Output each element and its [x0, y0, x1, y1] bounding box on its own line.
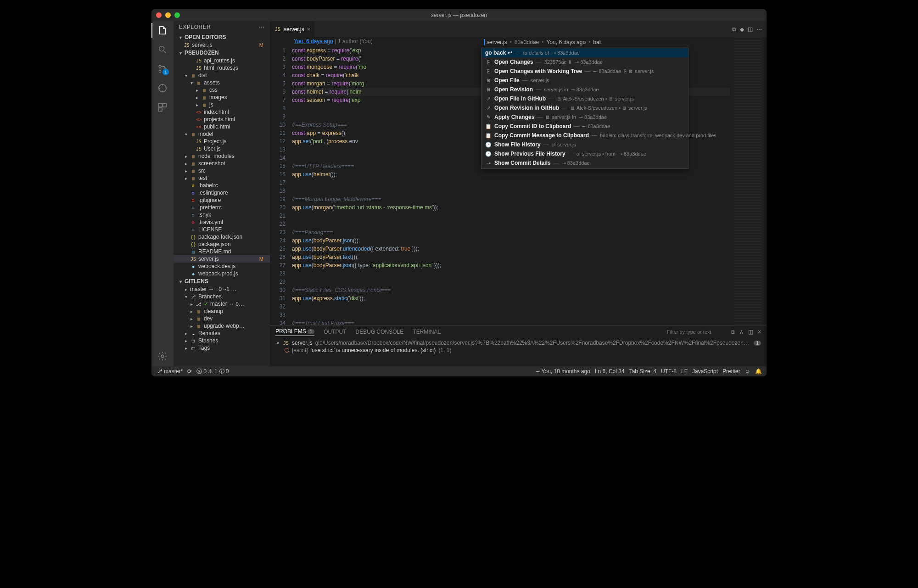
tree-item-index-html[interactable]: <>index.html — [174, 108, 270, 116]
palette-item-apply-changes[interactable]: ✎Apply Changes—🗎 server.js in⊸ 83a3ddae — [481, 112, 688, 122]
gitlens-master-status[interactable]: ▸master ↔ +0 ~1 … — [174, 286, 270, 293]
gitlens-section[interactable]: ▾GITLENS — [174, 277, 270, 286]
expand-up-icon[interactable]: ∧ — [739, 329, 744, 335]
status-bell-icon[interactable]: 🔔 — [755, 368, 762, 375]
open-editors-section[interactable]: ▾OPEN EDITORS — [174, 33, 270, 41]
palette-item-copy-commit-message-to-clipboard[interactable]: 📋Copy Commit Message to Clipboard—babelr… — [481, 131, 688, 140]
gitlens-breadcrumb[interactable]: server.js • 83a3ddae • You, 6 days ago •… — [481, 38, 601, 47]
palette-item-copy-commit-id-to-clipboard[interactable]: 📋Copy Commit ID to Clipboard—⊸ 83a3ddae — [481, 122, 688, 131]
gitlens-branch-cleanup[interactable]: ▸▥cleanup — [174, 308, 270, 315]
gitlens-branch-dev[interactable]: ▸▥dev — [174, 315, 270, 322]
palette-item-show-commit-details[interactable]: ⊸Show Commit Details—⊸ 83a3ddae — [481, 158, 688, 168]
tree-item-webpack-dev-js[interactable]: ◆webpack.dev.js — [174, 263, 270, 270]
tree-item-images[interactable]: ▸▥images — [174, 94, 270, 101]
collapse-all-icon[interactable]: ⧉ — [731, 329, 735, 335]
palette-item-go-back-[interactable]: go back ↩—to details of⊸ 83a3ddae — [481, 48, 688, 57]
gitlens-remotes[interactable]: ▸☁Remotes — [174, 330, 270, 337]
editor-tab-serverjs[interactable]: JS server.js × — [270, 21, 315, 37]
tree-item--eslintignore[interactable]: ⚙.eslintignore — [174, 189, 270, 196]
close-tab-icon[interactable]: × — [307, 26, 310, 33]
tree-item-user-js[interactable]: JSUser.js — [174, 145, 270, 152]
gitlens-tags[interactable]: ▸🏷Tags — [174, 344, 270, 352]
tree-item--snyk[interactable]: ⚙.snyk — [174, 211, 270, 218]
close-panel-icon[interactable]: × — [758, 329, 761, 335]
tree-item-assets[interactable]: ▾▥assets — [174, 79, 270, 86]
compare-icon[interactable]: ◆ — [740, 26, 744, 33]
tree-item-css[interactable]: ▸▥css — [174, 86, 270, 94]
tree-item--gitignore[interactable]: ⚙.gitignore — [174, 196, 270, 204]
search-icon[interactable] — [157, 44, 168, 55]
scm-icon[interactable]: 1 — [157, 63, 168, 74]
panel-tabstrip: PROBLEMS1 OUTPUT DEBUG CONSOLE TERMINAL … — [270, 325, 767, 338]
tree-item-server-js[interactable]: JSserver.jsM — [174, 255, 270, 263]
more-actions-icon[interactable]: ⋯ — [756, 26, 762, 33]
gitlens-stashes[interactable]: ▸⊞Stashes — [174, 337, 270, 344]
tree-item-dist[interactable]: ▾▥dist — [174, 72, 270, 79]
status-language[interactable]: JavaScript — [692, 368, 718, 375]
tree-item-src[interactable]: ▸▥src — [174, 167, 270, 174]
project-section[interactable]: ▾PSEUDOZEN — [174, 49, 270, 57]
tree-item--travis-yml[interactable]: ⚙.travis.yml — [174, 218, 270, 226]
status-tabsize[interactable]: Tab Size: 4 — [629, 368, 656, 375]
palette-item-open-file[interactable]: 🗎Open File—server.js — [481, 76, 688, 85]
sidebar-more-icon[interactable]: ⋯ — [259, 24, 265, 30]
line-number-gutter: 1234567891011121314151617181920212223242… — [270, 37, 292, 325]
tree-item-model[interactable]: ▾▥model — [174, 130, 270, 138]
palette-item-show-file-history[interactable]: 🕑Show File History—of server.js — [481, 140, 688, 149]
palette-item-open-revision[interactable]: 🗎Open Revision—server.js in⊸ 83a3ddae — [481, 85, 688, 94]
file-icon: ⚙ — [190, 198, 196, 203]
status-encoding[interactable]: UTF-8 — [661, 368, 677, 375]
tree-item-screenshot[interactable]: ▸▥screenshot — [174, 160, 270, 167]
debug-icon[interactable] — [157, 83, 168, 94]
tree-item-license[interactable]: ⚙LICENSE — [174, 226, 270, 233]
tree-item-api-routes-js[interactable]: JSapi_routes.js — [174, 57, 270, 64]
tree-item-public-html[interactable]: <>public.html — [174, 123, 270, 130]
tree-item-project-js[interactable]: JSProject.js — [174, 138, 270, 145]
problem-file-row[interactable]: ▾ JS server.js git:/Users/noradbase/Drop… — [275, 340, 761, 346]
status-blame[interactable]: ⊸ You, 10 months ago — [536, 368, 590, 375]
gitlens-branch-upgrade[interactable]: ▸▥upgrade-webp… — [174, 322, 270, 330]
status-feedback-icon[interactable]: ☺ — [745, 368, 750, 375]
tree-item--babelrc[interactable]: ⚙.babelrc — [174, 182, 270, 189]
palette-item-open-changes[interactable]: ⎘Open Changes—323575ac ⥮⊸ 83a3ddae — [481, 57, 688, 67]
tree-item-html-routes-js[interactable]: JShtml_routes.js — [174, 64, 270, 72]
status-cursor[interactable]: Ln 6, Col 34 — [595, 368, 625, 375]
split-editor-icon[interactable]: ◫ — [748, 26, 753, 33]
tree-item-js[interactable]: ▸▥js — [174, 101, 270, 108]
filter-input[interactable] — [666, 329, 722, 335]
gitlens-branches[interactable]: ▾⎇Branches — [174, 293, 270, 300]
tree-item-readme-md[interactable]: ▤README.md — [174, 248, 270, 255]
tree-item-node-modules[interactable]: ▸▥node_modules — [174, 152, 270, 160]
status-branch[interactable]: ⎇ master* — [156, 368, 183, 375]
status-sync-icon[interactable]: ⟳ — [187, 368, 192, 375]
panel-tab-output[interactable]: OUTPUT — [324, 328, 346, 336]
palette-item-show-previous-file-history[interactable]: 🕑Show Previous File History—of server.js… — [481, 149, 688, 158]
js-icon: JS — [283, 341, 289, 346]
settings-gear-icon[interactable] — [157, 351, 168, 362]
gitlens-branch-master[interactable]: ▸⎇✓master ↔ o… — [174, 300, 270, 308]
palette-item-icon: 🗎 — [485, 87, 492, 92]
maximize-panel-icon[interactable]: ◫ — [748, 329, 753, 335]
status-errors[interactable]: ⓧ 0 ⚠ 1 🛈 0 — [196, 368, 229, 375]
tree-item--prettierrc[interactable]: ⚙.prettierrc — [174, 204, 270, 211]
panel-tab-terminal[interactable]: TERMINAL — [413, 328, 441, 336]
extensions-icon[interactable] — [157, 102, 168, 113]
panel-tab-debug[interactable]: DEBUG CONSOLE — [356, 328, 404, 336]
tree-item-package-lock-json[interactable]: {}package-lock.json — [174, 233, 270, 241]
status-formatter[interactable]: Prettier — [722, 368, 740, 375]
tree-item-package-json[interactable]: {}package.json — [174, 241, 270, 248]
open-preview-icon[interactable]: ⧉ — [732, 26, 736, 33]
tree-item-test[interactable]: ▸▥test — [174, 174, 270, 182]
tree-item-projects-html[interactable]: <>projects.html — [174, 116, 270, 123]
palette-item-open-file-in-github[interactable]: ↗Open File in GitHub—🗎 Alek-S/pseudozen … — [481, 94, 688, 103]
problem-row[interactable]: [eslint] 'use strict' is unnecessary ins… — [275, 347, 761, 353]
explorer-icon[interactable] — [157, 25, 168, 36]
status-eol[interactable]: LF — [681, 368, 688, 375]
palette-item-open-changes-with-working-tree[interactable]: ⎘Open Changes with Working Tree—⊸ 83a3dd… — [481, 67, 688, 76]
minimap[interactable] — [730, 37, 767, 325]
palette-item-open-revision-in-github[interactable]: ↗Open Revision in GitHub—🗎 Alek-S/pseudo… — [481, 103, 688, 112]
tree-item-webpack-prod-js[interactable]: ◆webpack.prod.js — [174, 270, 270, 277]
open-editor-item[interactable]: JS server.js M — [174, 41, 270, 49]
modified-indicator: M — [259, 42, 267, 48]
palette-item-icon: ⎘ — [485, 59, 492, 65]
